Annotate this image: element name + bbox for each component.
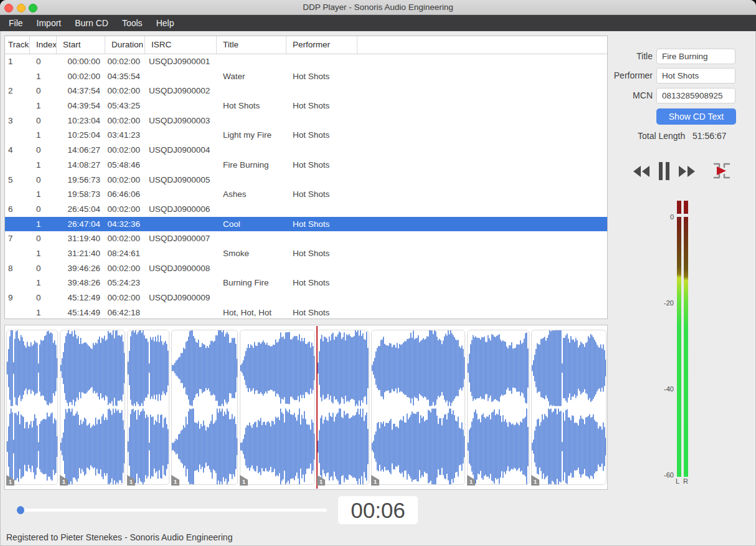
table-row[interactable]: 104:39:5405:43:25Hot ShotsHot Shots [5, 98, 607, 113]
table-row[interactable]: 131:21:4008:24:61SmokeHot Shots [5, 246, 607, 261]
cell-track [5, 128, 30, 143]
cell-start: 04:39:54 [57, 98, 105, 113]
table-row[interactable]: 126:47:0404:32:36CoolHot Shots [5, 217, 607, 232]
cell-title: Hot, Hot, Hot [217, 305, 286, 320]
table-row[interactable]: 8039:46:2600:02:00USQDJ0900008 [5, 261, 607, 276]
cell-index: 1 [30, 128, 57, 143]
cell-index: 0 [30, 84, 57, 98]
cell-performer [286, 261, 357, 276]
total-length-label: Total Length [638, 131, 685, 141]
cell-title: Water [217, 69, 286, 84]
cell-duration: 06:46:06 [105, 187, 145, 202]
performer-field[interactable] [656, 68, 735, 84]
cell-duration: 05:43:25 [105, 98, 145, 113]
table-row[interactable]: 7031:19:4000:02:00USQDJ0900007 [5, 231, 607, 246]
menu-item-file[interactable]: File [2, 15, 30, 31]
cell-performer [286, 143, 357, 158]
table-row[interactable]: 100:02:0004:35:54WaterHot Shots [5, 69, 607, 84]
cell-start: 00:00:00 [57, 54, 105, 69]
meter-tick-label: -20 [653, 299, 674, 307]
cell-start: 26:45:04 [57, 202, 105, 217]
show-cd-text-button[interactable]: Show CD Text [656, 108, 736, 125]
waveform-panel[interactable]: 111111111 [4, 325, 608, 490]
cell-isrc [145, 69, 217, 84]
table-row[interactable]: 145:14:4906:42:18Hot, Hot, HotHot Shots [5, 305, 607, 320]
cell-index: 0 [30, 290, 57, 305]
cell-title: Smoke [217, 246, 286, 261]
cell-title [217, 143, 286, 158]
cell-duration: 05:24:23 [105, 275, 145, 290]
menu-item-burn-cd[interactable]: Burn CD [68, 15, 115, 31]
cell-duration: 00:02:00 [105, 54, 145, 69]
cell-index: 0 [30, 261, 57, 276]
meter-left-over-segment [677, 201, 681, 214]
cell-start: 45:12:49 [57, 290, 105, 305]
cell-performer: Hot Shots [286, 246, 357, 261]
table-row[interactable]: 139:48:2605:24:23Burning FireHot Shots [5, 275, 607, 290]
cell-isrc [145, 275, 217, 290]
cell-index: 1 [30, 246, 57, 261]
mcn-field[interactable] [656, 88, 735, 103]
cell-track [5, 98, 30, 113]
cell-performer [286, 173, 357, 188]
cell-start: 19:58:73 [57, 187, 105, 202]
table-row[interactable]: 5019:56:7300:02:00USQDJ0900005 [5, 173, 607, 188]
cell-track: 8 [5, 261, 30, 276]
cell-performer [286, 290, 357, 305]
cell-start: 14:06:27 [57, 143, 105, 158]
app-window: DDP Player - Sonoris Audio Engineering F… [0, 0, 756, 546]
menu-item-tools[interactable]: Tools [115, 15, 149, 31]
cell-title [217, 54, 286, 69]
position-slider-thumb[interactable] [17, 506, 24, 514]
cell-performer: Hot Shots [286, 98, 357, 113]
cell-performer [286, 202, 357, 217]
cell-isrc: USQDJ0900007 [145, 231, 217, 246]
title-field[interactable] [656, 49, 735, 64]
cell-start: 14:08:27 [57, 158, 105, 173]
cell-title [217, 84, 286, 98]
table-row[interactable]: 110:25:0403:41:23Light my FireHot Shots [5, 128, 607, 143]
cell-index: 1 [30, 69, 57, 84]
cell-start: 19:56:73 [57, 173, 105, 188]
cell-title: Burning Fire [217, 275, 286, 290]
table-row[interactable]: 9045:12:4900:02:00USQDJ0900009 [5, 290, 607, 305]
table-row[interactable]: 4014:06:2700:02:00USQDJ0900004 [5, 143, 607, 158]
table-row[interactable]: 6026:45:0400:02:00USQDJ0900006 [5, 202, 607, 217]
table-row[interactable]: 1000:00:0000:02:00USQDJ0900001 [5, 54, 607, 69]
cell-isrc [145, 246, 217, 261]
rewind-button[interactable] [633, 165, 650, 178]
table-header: TrackIndexStartDurationISRCTitlePerforme… [5, 36, 607, 54]
position-slider-track[interactable] [21, 509, 327, 512]
cell-performer [286, 231, 357, 246]
cell-title: Light my Fire [217, 128, 286, 143]
menu-item-help[interactable]: Help [149, 15, 181, 31]
cell-start: 31:21:40 [57, 246, 105, 261]
table-row[interactable]: 2004:37:5400:02:00USQDJ0900002 [5, 84, 607, 98]
cell-track: 7 [5, 231, 30, 246]
cell-isrc: USQDJ0900008 [145, 261, 217, 276]
table-row[interactable]: 3010:23:0400:02:00USQDJ0900003 [5, 113, 607, 128]
cell-performer: Hot Shots [286, 305, 357, 320]
cell-track [5, 275, 30, 290]
cell-index: 1 [30, 305, 57, 320]
cell-start: 39:48:26 [57, 275, 105, 290]
time-display: 00:06 [338, 496, 418, 524]
cell-duration: 04:35:54 [105, 69, 145, 84]
pause-button[interactable] [659, 162, 670, 180]
cell-index: 0 [30, 202, 57, 217]
column-header-start: Start [57, 36, 105, 54]
table-row[interactable]: 119:58:7306:46:06AshesHot Shots [5, 187, 607, 202]
title-label: Title [578, 49, 653, 64]
table-row[interactable]: 114:08:2705:48:46Fire BurningHot Shots [5, 158, 607, 173]
cell-track: 3 [5, 113, 30, 128]
cell-performer: Hot Shots [286, 217, 357, 232]
cell-index: 0 [30, 173, 57, 188]
play-from-marker-button[interactable] [712, 161, 732, 181]
cell-track [5, 217, 30, 232]
fast-forward-button[interactable] [678, 165, 696, 178]
cell-track [5, 187, 30, 202]
column-header-index: Index [30, 36, 57, 54]
waveform-canvas[interactable] [5, 325, 607, 489]
cell-title [217, 202, 286, 217]
menu-item-import[interactable]: Import [30, 15, 69, 31]
